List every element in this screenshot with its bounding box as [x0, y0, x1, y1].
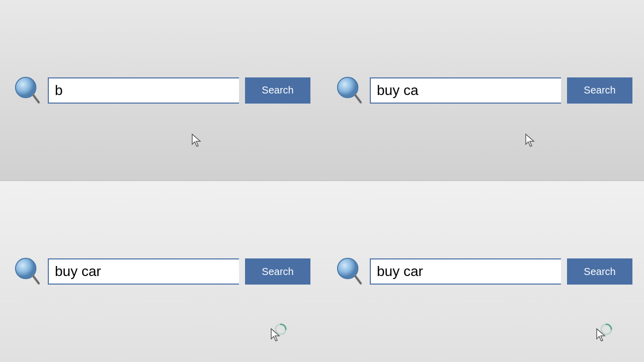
- search-group-top-right: Search: [334, 75, 632, 106]
- search-input-bottom-right[interactable]: [370, 258, 561, 285]
- search-input-bottom-left[interactable]: [48, 258, 239, 285]
- svg-marker-4: [192, 134, 200, 146]
- svg-line-8: [355, 95, 361, 102]
- magnifier-icon-top-left: [12, 75, 42, 106]
- svg-line-13: [33, 276, 39, 284]
- search-button-top-right[interactable]: Search: [567, 77, 632, 104]
- magnifier-icon-top-right: [334, 75, 364, 106]
- cursor-bottom-right: [596, 328, 607, 342]
- magnifier-icon-bottom-left: [12, 256, 42, 287]
- svg-line-19: [355, 276, 361, 284]
- svg-marker-15: [271, 329, 279, 341]
- search-group-top-left: Search: [12, 75, 310, 106]
- magnifier-icon-bottom-right: [334, 256, 364, 287]
- search-group-bottom-right: Search: [334, 256, 632, 287]
- search-button-top-left[interactable]: Search: [245, 77, 310, 104]
- svg-marker-21: [597, 329, 605, 341]
- cursor-bottom-left: [270, 328, 281, 342]
- svg-marker-9: [526, 134, 534, 146]
- spinner-cursor-bottom-right: [600, 323, 613, 338]
- search-group-bottom-left: Search: [12, 256, 310, 287]
- search-input-top-right[interactable]: [370, 77, 561, 104]
- cursor-top-left: [191, 133, 202, 147]
- bottom-row: Search Search: [0, 181, 644, 362]
- cursor-top-right: [525, 133, 536, 147]
- svg-line-3: [33, 95, 39, 102]
- top-row: Search Search: [0, 0, 644, 181]
- spinner-cursor-bottom-left: [274, 323, 287, 338]
- search-input-top-left[interactable]: [48, 77, 239, 104]
- search-button-bottom-right[interactable]: Search: [567, 258, 632, 285]
- search-button-bottom-left[interactable]: Search: [245, 258, 310, 285]
